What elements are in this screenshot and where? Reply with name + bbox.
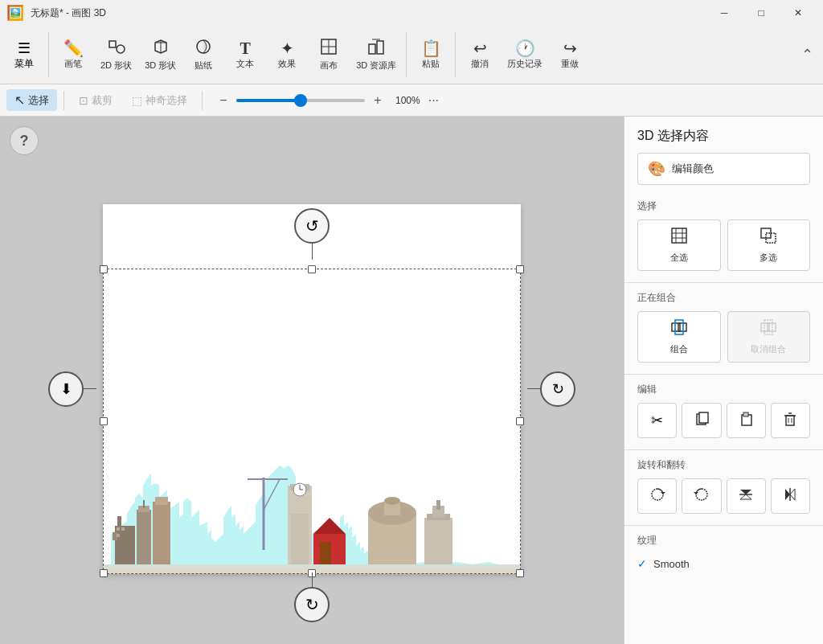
svg-rect-9 (377, 41, 383, 54)
select-all-icon (670, 227, 688, 248)
flip-vertical-button[interactable] (727, 478, 766, 514)
ribbon-divider-3 (455, 32, 456, 77)
ribbon-divider-2 (406, 32, 407, 77)
ribbon-item-text[interactable]: T 文本 (224, 26, 266, 84)
select-tool[interactable]: ↖ 选择 (6, 89, 57, 111)
select-grid: 全选 多选 (637, 219, 810, 271)
ribbon-item-paste[interactable]: 📋 粘贴 (410, 26, 452, 84)
handle-bottom-left[interactable] (100, 569, 108, 577)
canvas-label: 画布 (320, 59, 338, 72)
handle-top-center[interactable] (308, 265, 316, 273)
ribbon-item-history[interactable]: 🕐 历史记录 (501, 26, 549, 84)
ribbon-collapse-button[interactable]: ⌃ (795, 26, 820, 84)
right-circle[interactable]: ↻ (540, 371, 575, 407)
group-section-label: 正在组合 (637, 291, 810, 305)
rotate-left-button[interactable] (682, 478, 721, 514)
menu-button[interactable]: ☰ 菜单 (3, 26, 45, 84)
crop-tool[interactable]: ⊡ 裁剪 (71, 90, 121, 111)
app-icon: 🖼️ (6, 4, 24, 22)
smooth-label: Smooth (653, 558, 690, 570)
edit-color-icon: 🎨 (648, 160, 665, 178)
2dshape-label: 2D 形状 (100, 59, 132, 72)
rotate-handle-top[interactable]: ↺ (294, 208, 330, 260)
flip-horizontal-icon (782, 486, 798, 507)
handle-top-left[interactable] (100, 265, 108, 273)
edit-color-button[interactable]: 🎨 编辑颜色 (637, 153, 810, 185)
right-side-handle[interactable]: ↻ (527, 371, 575, 407)
svg-rect-57 (764, 320, 772, 334)
svg-marker-69 (740, 490, 751, 494)
rotate-handle-bottom[interactable]: ↻ (294, 572, 330, 622)
help-button[interactable]: ? (10, 126, 39, 155)
copy-button[interactable] (682, 403, 721, 438)
ribbon-item-pen[interactable]: ✏️ 画笔 (52, 26, 94, 84)
magic-select-label: 神奇选择 (145, 93, 187, 108)
flip-horizontal-button[interactable] (771, 478, 810, 514)
svg-rect-61 (743, 412, 748, 416)
rotate-bottom-circle[interactable]: ↻ (294, 587, 330, 622)
delete-button[interactable] (771, 403, 810, 438)
ribbon-item-3dshape[interactable]: 3D 形状 (138, 26, 182, 84)
zoom-slider-thumb[interactable] (294, 94, 307, 107)
svg-rect-54 (675, 320, 683, 334)
multi-select-button[interactable]: 多选 (727, 219, 811, 271)
group-button[interactable]: 组合 (637, 311, 721, 363)
rotate-section: 旋转和翻转 (624, 453, 823, 522)
ribbon-item-sticker[interactable]: 贴纸 (182, 26, 224, 84)
minimize-button[interactable]: ─ (706, 0, 743, 26)
redo-label: 重做 (561, 58, 579, 70)
crop-label: 裁剪 (92, 93, 113, 108)
close-button[interactable]: ✕ (780, 0, 817, 26)
divider-3 (624, 449, 823, 450)
selection-area: ↺ ↻ (103, 244, 521, 574)
canvas-area[interactable]: ? (0, 117, 624, 644)
ribbon-top: ☰ 菜单 ✏️ 画笔 2D 形状 3D 形状 贴纸 (0, 26, 823, 84)
svg-marker-72 (785, 489, 790, 500)
paste-icon: 📋 (421, 40, 441, 56)
rotate-top-circle[interactable]: ↺ (294, 208, 330, 244)
selection-border (103, 269, 521, 574)
left-circle[interactable]: ⬇ (48, 371, 84, 407)
ungroup-button[interactable]: 取消组合 (727, 311, 811, 363)
sticker-icon (194, 38, 212, 58)
magic-select-tool[interactable]: ⬚ 神奇选择 (124, 90, 195, 111)
svg-marker-74 (790, 489, 795, 500)
handle-top-right[interactable] (516, 265, 524, 273)
menu-icon: ☰ (18, 39, 31, 57)
text-label: 文本 (236, 58, 254, 70)
ungroup-icon (760, 318, 777, 340)
zoom-plus-button[interactable]: + (370, 93, 386, 108)
ribbon-item-3dlibrary[interactable]: 3D 资源库 (350, 26, 403, 84)
handle-middle-left[interactable] (100, 417, 108, 425)
ungroup-label: 取消组合 (751, 343, 786, 355)
select-all-button[interactable]: 全选 (637, 219, 721, 271)
ribbon-item-2dshape[interactable]: 2D 形状 (94, 26, 138, 84)
edit-color-label: 编辑颜色 (672, 162, 714, 176)
zoom-more-button[interactable]: ··· (428, 93, 439, 108)
rotate-right-button[interactable] (637, 478, 677, 514)
paste-button[interactable] (727, 403, 766, 438)
zoom-controls: − + 100% ··· (215, 93, 439, 108)
multi-select-label: 多选 (760, 252, 777, 264)
ribbon-item-redo[interactable]: ↪ 重做 (549, 26, 591, 84)
maximize-button[interactable]: □ (743, 0, 780, 26)
ribbon-item-effect[interactable]: ✦ 效果 (266, 26, 308, 84)
handle-bottom-right[interactable] (516, 569, 524, 577)
handle-middle-right[interactable] (516, 417, 524, 425)
rotate-row (637, 478, 810, 514)
ribbon-item-canvas[interactable]: 画布 (308, 26, 350, 84)
titlebar-title: 无标题* - 画图 3D (31, 6, 106, 20)
left-side-handle[interactable]: ⬇ (48, 371, 96, 407)
zoom-slider[interactable] (236, 99, 365, 102)
crop-icon: ⊡ (79, 94, 88, 107)
zoom-minus-button[interactable]: − (215, 93, 231, 108)
texture-section: 纹理 ✓ Smooth (624, 529, 823, 581)
toolbar-divider-1 (63, 91, 64, 110)
group-label: 组合 (670, 343, 688, 355)
toolbar: ↖ 选择 ⊡ 裁剪 ⬚ 神奇选择 − + 100% ··· (0, 84, 823, 117)
cut-button[interactable]: ✂ (637, 403, 677, 438)
rotate-left-icon (694, 486, 710, 507)
ribbon-item-undo[interactable]: ↩ 撤消 (459, 26, 501, 84)
history-label: 历史记录 (507, 58, 543, 70)
titlebar: 🖼️ 无标题* - 画图 3D ─ □ ✕ (0, 0, 823, 26)
